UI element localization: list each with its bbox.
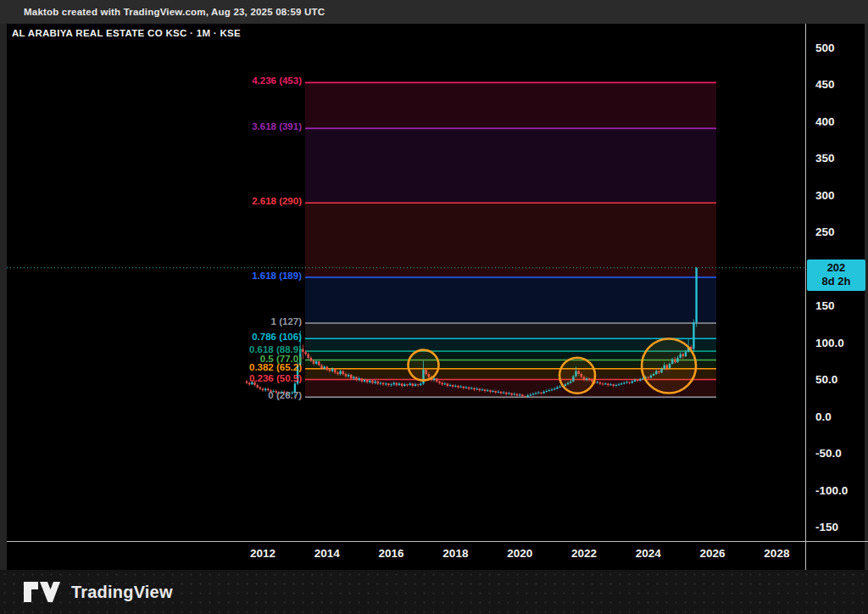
highlight-circle[interactable]	[559, 358, 595, 394]
candle-body	[459, 387, 461, 388]
price-axis-separator	[805, 24, 806, 570]
candle-body	[369, 381, 370, 382]
candle-body	[259, 388, 261, 389]
candle-body	[609, 384, 611, 385]
candle-body	[409, 383, 410, 385]
candle-body	[457, 386, 459, 388]
candle-body	[498, 392, 499, 393]
year-tick: 2016	[373, 546, 410, 561]
fib-label-2618: 2.618 (290)	[183, 196, 302, 206]
price-tick: 250	[815, 225, 835, 240]
candle-body	[468, 388, 470, 389]
candle-body	[454, 386, 456, 387]
candle-body	[484, 389, 486, 391]
candle-body	[632, 382, 633, 383]
candle-body	[521, 394, 523, 396]
candle-body	[318, 361, 320, 365]
candle-body	[438, 382, 440, 383]
candle-body	[508, 394, 509, 394]
candle-body	[447, 383, 448, 386]
symbol-title: AL ARABIYA REAL ESTATE CO KSC · 1M · KSE	[12, 28, 241, 38]
candle-body	[387, 383, 389, 385]
candle-body	[412, 383, 414, 386]
tradingview-brand-text[interactable]: TradingView	[71, 583, 173, 602]
fib-label-1: 1 (127)	[183, 316, 302, 327]
fib-band	[305, 128, 716, 203]
fib-band	[305, 323, 716, 338]
candle-body	[599, 382, 601, 384]
candle-body	[607, 383, 609, 385]
candle-body	[495, 391, 497, 393]
candle-body	[256, 385, 258, 388]
candle-body	[554, 388, 555, 389]
candle-body	[514, 394, 515, 395]
price-tick: 300	[815, 188, 835, 204]
year-tick: 2022	[565, 546, 603, 561]
fib-band	[305, 82, 716, 128]
candle-body	[248, 382, 250, 384]
candle-body	[639, 379, 641, 381]
candle-body	[516, 394, 518, 396]
tradingview-logo-icon[interactable]	[22, 579, 61, 605]
candle-body	[358, 378, 359, 380]
price-tick: 50.0	[815, 372, 837, 388]
candle-body	[377, 382, 379, 384]
candle-body	[481, 389, 483, 390]
year-tick: 2026	[694, 546, 732, 561]
year-tick: 2014	[309, 546, 346, 561]
candle-body	[403, 384, 405, 386]
candle-body	[436, 378, 437, 381]
candle-body	[307, 354, 309, 358]
fib-label-4236: 4.236 (453)	[183, 75, 302, 86]
candle-body	[406, 384, 408, 385]
last-price-badge[interactable]: 202 8d 2h	[807, 260, 865, 291]
candle-body	[366, 380, 368, 382]
candle-body	[519, 394, 520, 395]
fib-label-0236: 0.236 (50.5)	[183, 373, 302, 383]
candle-body	[401, 383, 403, 386]
fib-label-1618: 1.618 (189)	[183, 271, 302, 281]
candlestick-chart-canvas[interactable]	[0, 0, 868, 614]
price-tick: -100.0	[815, 483, 848, 499]
candle-body	[602, 383, 604, 384]
price-tick: 400	[815, 114, 835, 130]
candle-body	[350, 375, 352, 378]
fib-label-0786: 0.786 (106)	[183, 332, 302, 342]
candle-body	[642, 378, 643, 379]
highlight-circle[interactable]	[409, 350, 439, 381]
candle-body	[326, 366, 328, 369]
candle-body	[503, 393, 504, 394]
candle-body	[618, 384, 620, 385]
candle-body	[510, 394, 512, 395]
bar-countdown: 8d 2h	[822, 275, 851, 288]
price-tick: 150	[815, 299, 835, 314]
price-tick: -50.0	[815, 446, 842, 461]
candle-body	[361, 378, 363, 381]
candle-body	[353, 377, 354, 379]
candle-body	[615, 385, 617, 386]
candle-body	[637, 380, 638, 381]
candle-body	[500, 392, 502, 394]
candle-body	[551, 389, 553, 390]
candle-body	[339, 371, 341, 374]
candle-body	[628, 382, 630, 383]
last-price-value: 202	[827, 261, 846, 275]
candle-body	[535, 394, 537, 394]
candle-body	[315, 361, 317, 364]
candle-body	[310, 358, 312, 360]
candle-body	[393, 382, 395, 384]
candle-body	[345, 374, 347, 377]
price-tick: 450	[815, 77, 835, 92]
candle-body	[452, 385, 453, 387]
candle-body	[626, 382, 627, 383]
year-tick: 2024	[630, 546, 667, 561]
candle-body	[364, 380, 365, 382]
fib-label-0382: 0.382 (65.2)	[183, 362, 302, 372]
price-tick: 350	[815, 151, 835, 166]
highlight-circle[interactable]	[642, 338, 696, 393]
candle-body	[489, 390, 491, 392]
candle-body	[390, 384, 392, 385]
candle-body	[492, 391, 493, 392]
year-tick: 2012	[244, 546, 281, 561]
candle-body	[337, 372, 338, 374]
